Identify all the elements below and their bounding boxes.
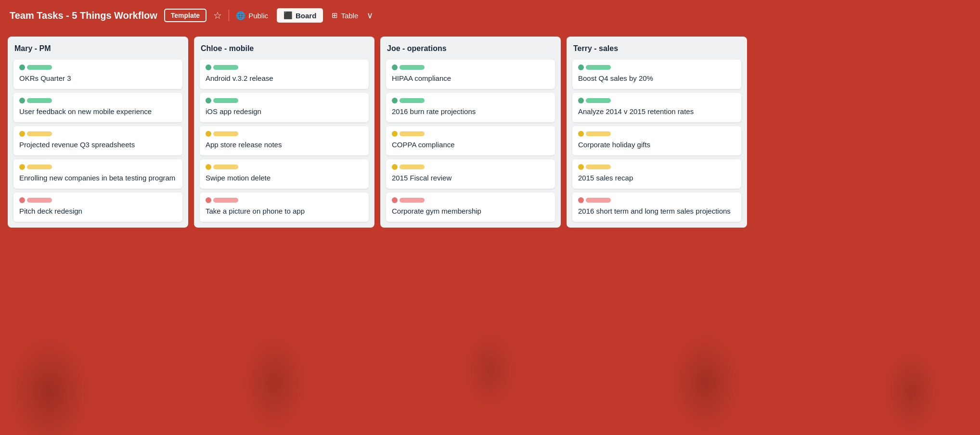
card-title: Boost Q4 sales by 20% xyxy=(578,73,735,83)
card-joe-0[interactable]: HIPAA compliance xyxy=(386,60,555,89)
card-joe-3[interactable]: 2015 Fiscal review xyxy=(386,159,555,189)
star-icon[interactable]: ☆ xyxy=(213,10,222,21)
card-terry-1[interactable]: Analyze 2014 v 2015 retention rates xyxy=(572,93,741,122)
nav-tabs: ⬛ Board ⊞ Table ∨ xyxy=(277,8,373,23)
yellow-dot-icon xyxy=(206,131,211,137)
header-separator xyxy=(229,10,229,21)
globe-icon: 🌐 xyxy=(236,11,245,20)
card-chloe-3[interactable]: Swipe motion delete xyxy=(200,159,369,189)
yellow-dot-icon xyxy=(578,131,584,137)
yellow-badge xyxy=(400,165,425,169)
green-dot-icon xyxy=(578,98,584,103)
card-title: Pitch deck redesign xyxy=(19,206,177,216)
card-tag-row xyxy=(19,64,177,70)
tab-table[interactable]: ⊞ Table xyxy=(325,8,365,23)
board-content: Mary - PMOKRs Quarter 3User feedback on … xyxy=(0,31,980,435)
column-header-terry: Terry - sales xyxy=(572,42,741,56)
card-tag-row xyxy=(206,64,363,70)
card-tag-row xyxy=(578,98,735,103)
card-chloe-1[interactable]: iOS app redesign xyxy=(200,93,369,122)
card-title: 2016 burn rate projections xyxy=(392,106,549,116)
card-title: User feedback on new mobile experience xyxy=(19,106,177,116)
card-mary-1[interactable]: User feedback on new mobile experience xyxy=(13,93,182,122)
yellow-badge xyxy=(213,165,238,169)
card-mary-3[interactable]: Enrolling new companies in beta testing … xyxy=(13,159,182,189)
card-title: Projected revenue Q3 spreadsheets xyxy=(19,140,177,150)
chevron-down-icon[interactable]: ∨ xyxy=(367,10,373,21)
card-title: Corporate holiday gifts xyxy=(578,140,735,150)
board-title: Team Tasks - 5 Things Workflow xyxy=(10,10,157,21)
column-header-chloe: Chloe - mobile xyxy=(200,42,369,56)
template-button[interactable]: Template xyxy=(164,9,206,22)
green-badge xyxy=(400,65,425,70)
yellow-badge xyxy=(586,131,611,136)
yellow-dot-icon xyxy=(578,164,584,170)
yellow-badge xyxy=(400,131,425,136)
yellow-dot-icon xyxy=(206,164,211,170)
card-mary-2[interactable]: Projected revenue Q3 spreadsheets xyxy=(13,126,182,155)
board-icon: ⬛ xyxy=(284,11,293,20)
green-dot-icon xyxy=(19,64,25,70)
column-terry: Terry - salesBoost Q4 sales by 20%Analyz… xyxy=(567,37,747,228)
red-dot-icon xyxy=(392,197,398,203)
card-title: Analyze 2014 v 2015 retention rates xyxy=(578,106,735,116)
red-dot-icon xyxy=(578,197,584,203)
card-tag-row xyxy=(19,197,177,203)
green-dot-icon xyxy=(206,64,211,70)
card-title: OKRs Quarter 3 xyxy=(19,73,177,83)
green-badge xyxy=(586,65,611,70)
card-tag-row xyxy=(206,131,363,137)
card-chloe-4[interactable]: Take a picture on phone to app xyxy=(200,192,369,222)
card-tag-row xyxy=(392,64,549,70)
column-header-joe: Joe - operations xyxy=(386,42,555,56)
header: Team Tasks - 5 Things Workflow Template … xyxy=(0,0,980,31)
card-title: 2016 short term and long term sales proj… xyxy=(578,206,735,216)
card-tag-row xyxy=(392,98,549,103)
card-title: iOS app redesign xyxy=(206,106,363,116)
card-title: App store release notes xyxy=(206,140,363,150)
card-terry-4[interactable]: 2016 short term and long term sales proj… xyxy=(572,192,741,222)
card-joe-1[interactable]: 2016 burn rate projections xyxy=(386,93,555,122)
green-badge xyxy=(27,65,52,70)
green-dot-icon xyxy=(392,64,398,70)
card-chloe-2[interactable]: App store release notes xyxy=(200,126,369,155)
column-chloe: Chloe - mobileAndroid v.3.2 releaseiOS a… xyxy=(194,37,374,228)
card-tag-row xyxy=(19,98,177,103)
card-tag-row xyxy=(392,197,549,203)
card-tag-row xyxy=(578,197,735,203)
red-dot-icon xyxy=(19,197,25,203)
green-dot-icon xyxy=(19,98,25,103)
green-badge xyxy=(586,98,611,103)
card-title: 2015 Fiscal review xyxy=(392,173,549,183)
card-title: Swipe motion delete xyxy=(206,173,363,183)
green-badge xyxy=(213,65,238,70)
table-icon: ⊞ xyxy=(332,11,338,20)
card-terry-0[interactable]: Boost Q4 sales by 20% xyxy=(572,60,741,89)
red-badge xyxy=(400,198,425,203)
tab-board[interactable]: ⬛ Board xyxy=(277,8,323,23)
card-terry-3[interactable]: 2015 sales recap xyxy=(572,159,741,189)
card-chloe-0[interactable]: Android v.3.2 release xyxy=(200,60,369,89)
green-badge xyxy=(400,98,425,103)
card-mary-0[interactable]: OKRs Quarter 3 xyxy=(13,60,182,89)
card-tag-row xyxy=(578,64,735,70)
card-tag-row xyxy=(578,164,735,170)
card-tag-row xyxy=(578,131,735,137)
column-header-mary: Mary - PM xyxy=(13,42,182,56)
card-tag-row xyxy=(19,131,177,137)
tab-table-label: Table xyxy=(341,12,358,20)
card-joe-2[interactable]: COPPA compliance xyxy=(386,126,555,155)
green-badge xyxy=(213,98,238,103)
red-badge xyxy=(27,198,52,203)
card-title: HIPAA compliance xyxy=(392,73,549,83)
yellow-dot-icon xyxy=(19,164,25,170)
card-mary-4[interactable]: Pitch deck redesign xyxy=(13,192,182,222)
card-terry-2[interactable]: Corporate holiday gifts xyxy=(572,126,741,155)
green-dot-icon xyxy=(578,64,584,70)
yellow-dot-icon xyxy=(392,131,398,137)
public-button[interactable]: 🌐 Public xyxy=(236,11,268,20)
card-joe-4[interactable]: Corporate gym membership xyxy=(386,192,555,222)
yellow-badge xyxy=(27,165,52,169)
card-title: COPPA compliance xyxy=(392,140,549,150)
card-title: Take a picture on phone to app xyxy=(206,206,363,216)
